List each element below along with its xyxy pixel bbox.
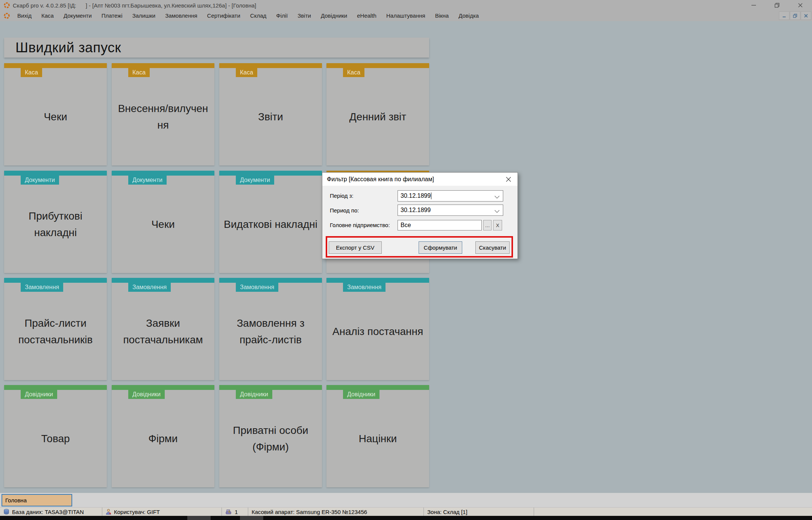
status-section-1: Користувач: GIFT [102,508,222,516]
tile-label: Внесення/вилучен ня [114,68,212,165]
mdi-close-icon[interactable] [801,11,811,20]
quick-launch-tile-13[interactable]: ДовідникиФірми [112,385,214,487]
menu-item-13[interactable]: Вікна [430,11,454,21]
status-text: База даних: TASA3@TITAN [12,509,84,515]
menu-item-4[interactable]: Залишки [127,11,161,21]
period-to-label: Период по: [330,205,359,216]
dialog-title: Фильтр [Кассовая книга по филиалам] [327,176,434,183]
period-from-value: 30.12.1899 [401,193,431,199]
database-icon [3,509,9,515]
minimize-icon[interactable] [742,0,765,11]
cancel-button[interactable]: Скасувати [475,241,510,254]
mdi-window-controls [779,11,811,20]
menu-bar: ВихідКасаДокументиПлатежіЗалишкиЗамовлен… [0,11,812,21]
tile-category-strip [4,171,107,176]
status-section-4: Зона: Склад [1] [424,508,534,516]
tile-label: Денний звіт [329,68,427,165]
status-section-0: База даних: TASA3@TITAN [0,508,102,516]
menu-item-10[interactable]: Довідники [316,11,352,21]
menu-item-12[interactable]: Налаштування [381,11,430,21]
quick-launch-tile-0[interactable]: КасаЧеки [4,63,107,165]
tile-label: Фірми [114,390,212,487]
main-enterprise-value: Все [401,222,411,229]
quick-launch-tile-2[interactable]: КасаЗвіти [219,63,322,165]
tile-category-strip [112,278,214,283]
tile-category-strip [112,63,214,68]
user-icon [106,509,111,515]
quick-launch-tile-5[interactable]: ДокументиЧеки [112,171,214,273]
menu-item-1[interactable]: Каса [36,11,59,21]
quick-launch-tile-6[interactable]: ДокументиВидаткові накладні [219,171,322,273]
status-section-5 [534,508,812,516]
period-to-value: 30.12.1899 [401,207,431,214]
quick-launch-tile-10[interactable]: ЗамовленняЗамовлення з прайс-листів [219,278,322,380]
export-csv-button[interactable]: Експорт у CSV [329,241,382,254]
menu-items: ВихідКасаДокументиПлатежіЗалишкиЗамовлен… [12,11,484,21]
app-logo-icon [3,2,10,9]
quick-launch-tile-1[interactable]: КасаВнесення/вилучен ня [112,63,214,165]
app-window: Скарб pro v. 4.0.2.85 [ІД: ] - [Апт №003… [0,0,812,520]
dialog-close-icon[interactable] [505,176,512,183]
dialog-titlebar[interactable]: Фильтр [Кассовая книга по филиалам] [322,173,518,186]
status-section-3: Касовий апарат: Samsung ER-350 №123456 [248,508,424,516]
tile-category-strip [326,385,429,390]
menu-item-5[interactable]: Замовлення [160,11,202,21]
status-text: Касовий апарат: Samsung ER-350 №123456 [252,509,367,515]
tile-label: Чеки [114,176,212,273]
menu-item-8[interactable]: Філії [271,11,293,21]
generate-button[interactable]: Сформувати [419,241,462,254]
close-icon[interactable] [789,0,812,11]
tile-label: Приватні особи (Фірми) [222,390,320,487]
tile-label: Аналіз постачання [329,283,427,380]
bottom-tab-bar: Головна [0,493,812,507]
tile-category-strip [4,385,107,390]
window-titlebar: Скарб pro v. 4.0.2.85 [ІД: ] - [Апт №003… [0,0,812,11]
tile-label: Націнки [329,390,427,487]
tile-label: Прибуткові накладні [6,176,105,273]
menu-item-2[interactable]: Документи [59,11,97,21]
tile-category-strip [219,278,322,283]
quick-launch-tile-9[interactable]: ЗамовленняЗаявки постачальникам [112,278,214,380]
menu-item-3[interactable]: Платежі [97,11,127,21]
mdi-minimize-icon[interactable] [779,11,789,20]
tab-holovna[interactable]: Головна [2,494,72,506]
restore-icon[interactable] [765,0,789,11]
mdi-restore-icon[interactable] [790,11,800,20]
quick-launch-tile-15[interactable]: ДовідникиНацінки [326,385,429,487]
quick-launch-tile-12[interactable]: ДовідникиТовар [4,385,107,487]
quick-launch-tile-3[interactable]: КасаДенний звіт [326,63,429,165]
menu-item-6[interactable]: Сертифікати [202,11,245,21]
chevron-down-icon[interactable] [495,194,499,199]
lookup-ellipsis-button[interactable]: … [483,220,492,230]
tile-category-strip [219,63,322,68]
period-from-combobox[interactable]: 30.12.1899 [398,190,503,202]
menu-item-9[interactable]: Звіти [293,11,316,21]
quick-launch-tile-11[interactable]: ЗамовленняАналіз постачання [326,278,429,380]
tile-category-strip [326,278,429,283]
tile-label: Чеки [6,68,105,165]
main-enterprise-field[interactable]: Все [398,220,482,230]
tile-category-strip [112,385,214,390]
menu-item-0[interactable]: Вихід [12,11,36,21]
period-to-combobox[interactable]: 30.12.1899 [398,205,503,216]
taskbar-segment [187,516,211,520]
chevron-down-icon[interactable] [495,208,499,213]
tile-category-strip [219,385,322,390]
quick-launch-tile-4[interactable]: ДокументиПрибуткові накладні [4,171,107,273]
tile-category-strip [326,63,429,68]
tile-category-strip [4,63,107,68]
quick-launch-tile-14[interactable]: ДовідникиПриватні особи (Фірми) [219,385,322,487]
tile-label: Замовлення з прайс-листів [222,283,320,380]
clear-x-button[interactable]: X [493,220,502,230]
text-caret [431,193,431,199]
period-from-label: Період з: [330,190,354,202]
tile-label: Товар [6,390,105,487]
quick-launch-header: Швидкий запуск [4,38,429,58]
tile-label: Звіти [222,68,320,165]
menu-item-14[interactable]: Довідка [454,11,484,21]
quick-launch-tile-8[interactable]: ЗамовленняПрайс-листи постачальників [4,278,107,380]
menu-item-7[interactable]: Склад [245,11,271,21]
mdi-client-area: Швидкий запуск КасаЧекиКасаВнесення/вилу… [0,21,812,493]
menu-item-11[interactable]: eHealth [352,11,381,21]
taskbar-strip [0,516,812,520]
